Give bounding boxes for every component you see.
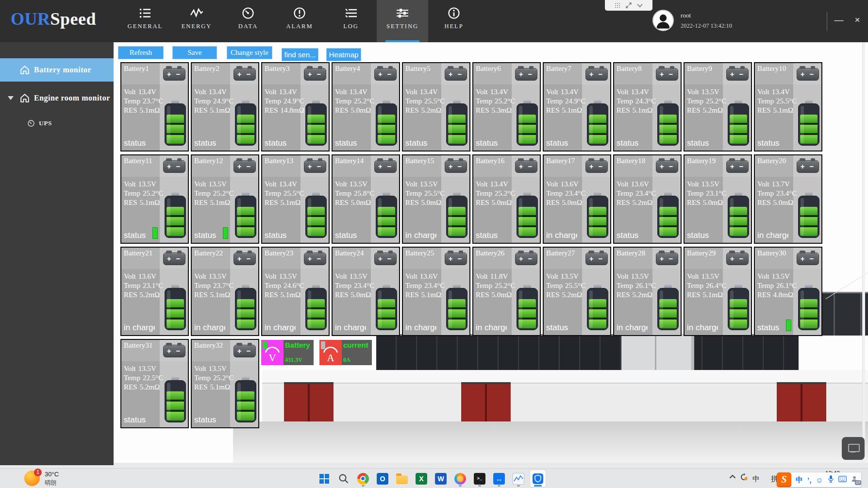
battery-card-21[interactable]: Battery21+ −Volt13.6VTemp23.1°CRES5.2mΩi… [120,247,189,336]
battery-card-8[interactable]: Battery8+ −Volt13.4VTemp24.3°CRES5.1mΩst… [613,62,682,151]
tray-sync-icon[interactable] [740,473,748,481]
battery-card-5[interactable]: Battery5+ −Volt13.4VTemp25.5°CRES5.2mΩst… [402,62,470,151]
sidebar-item-engine-room-monitor[interactable]: Engine room monitor [0,87,114,109]
tab-setting[interactable]: SETTING [377,0,428,42]
volt-reading: Volt13.6V [405,272,445,281]
battery-card-18[interactable]: Battery18+ −Volt13.6VTemp23.4°CRES5.2mΩs… [613,154,682,244]
ime-keyboard-icon[interactable] [838,475,847,484]
battery-card-26[interactable]: Battery26+ −Volt11.8VTemp25.2°CRES5.0mΩi… [472,247,541,336]
current-meter-widget[interactable]: Acurrent0A [319,340,372,365]
taskbar-word-button[interactable]: W [433,470,449,487]
taskbar-terminal-button[interactable]: >_ [472,470,487,487]
battery-graphic [587,100,608,146]
taskbar-monitor-button[interactable] [511,470,526,487]
tab-alarm[interactable]: ALARM [274,0,325,42]
battery-card-23[interactable]: Battery23+ −Volt13.5VTemp24.6°CRES5.1mΩi… [261,247,330,336]
floating-remote-toolbar[interactable] [605,0,652,11]
res-reading: RES5.0mΩ [335,198,374,207]
sidebar-item-ups[interactable]: UPS [0,116,114,131]
battery-status: in charge [687,323,718,333]
battery-card-30[interactable]: Battery30+ −Volt13.5VTemp26.1°CRES4.8mΩs… [754,247,822,336]
battery-card-15[interactable]: Battery15+ −Volt13.5VTemp25.5°CRES5.0mΩi… [402,154,470,244]
tab-general[interactable]: GENERAL [119,0,171,42]
battery-card-4[interactable]: Battery4+ −Volt13.4VTemp25.2°CRES5.0mΩst… [332,62,400,151]
battery-card-9[interactable]: Battery9+ −Volt13.5VTemp25.2°CRES5.2mΩst… [684,62,752,151]
battery-graphic [728,285,749,330]
close-button[interactable]: × [851,15,864,25]
battery-graphic [657,285,679,330]
ime-toolbar[interactable]: S 中 ’, ☺ 10 [777,472,861,487]
battery-name: Battery30 [757,249,786,257]
battery-card-14[interactable]: Battery14+ −Volt13.5VTemp25.8°CRES5.0mΩs… [332,154,400,244]
tab-help[interactable]: HELP [428,0,480,42]
res-reading: RES5.1mΩ [265,290,304,300]
battery-terminals-icon: + − [234,160,256,173]
ime-punctuation-toggle[interactable]: ’, [807,476,811,484]
battery-card-2[interactable]: Battery2+ −Volt13.4VTemp24.9°CRES5.1mΩst… [191,62,259,151]
expand-icon[interactable] [625,2,632,9]
battery-name: Battery19 [687,157,716,165]
battery-card-20[interactable]: Battery20+ −Volt13.7VTemp23.4°CRES5.0mΩi… [754,154,822,244]
tab-data[interactable]: DATA [222,0,274,42]
tray-chevron-up-icon[interactable] [729,474,736,479]
minimize-button[interactable]: — [832,15,846,25]
battery-terminals-icon: + − [797,68,819,81]
battery-card-22[interactable]: Battery22+ −Volt13.5VTemp23.7°CRES5.1mΩi… [191,247,259,336]
battery-card-25[interactable]: Battery25+ −Volt13.6VTemp23.4°CRES5.1mΩi… [402,247,470,336]
taskbar-chrome-button[interactable] [355,470,371,487]
taskbar-start-button[interactable] [317,470,332,487]
avatar [652,10,674,31]
taskbar-firefox-button[interactable] [452,470,468,487]
screen-capture-button[interactable] [842,437,865,460]
battery-card-29[interactable]: Battery29+ −Volt13.5VTemp26.4°CRES5.1mΩi… [684,247,752,336]
battery-card-6[interactable]: Battery6+ −Volt13.4VTemp25.2°CRES5.3mΩst… [472,62,541,151]
battery-graphic [376,192,397,238]
change-style-button[interactable]: Change style [227,46,272,59]
refresh-button[interactable]: Refresh [118,46,164,59]
tray-language-indicator[interactable]: 中 [752,474,760,484]
battery-terminals-icon: + − [797,252,819,265]
battery-card-19[interactable]: Battery19+ −Volt13.5VTemp23.1°CRES5.0mΩs… [684,154,752,244]
taskbar-excel-button[interactable]: X [414,470,429,487]
chevron-down-icon[interactable] [637,3,643,8]
tab-energy[interactable]: ENERGY [171,0,222,42]
save-button[interactable]: Save [172,46,217,59]
tab-log[interactable]: LOG [325,0,377,42]
battery-card-17[interactable]: Battery17+ −Volt13.6VTemp23.4°CRES5.0mΩi… [543,154,611,244]
battery-card-24[interactable]: Battery24+ −Volt13.5VTemp23.4°CRES5.0mΩi… [332,247,400,336]
ime-emoji-icon[interactable]: ☺ [816,476,823,484]
taskbar-teamviewer-button[interactable]: ↔ [491,470,507,487]
battery-card-27[interactable]: Battery27+ −Volt13.5VTemp25.5°CRES5.2mΩs… [543,247,611,336]
battery-card-13[interactable]: Battery13+ −Volt13.4VTemp25.5°CRES5.1mΩs… [261,154,330,244]
sogou-logo-icon[interactable]: S [777,472,791,487]
battery-card-16[interactable]: Battery16+ −Volt13.4VTemp25.2°CRES5.0mΩs… [472,154,541,244]
ime-lang-toggle[interactable]: 中 [796,475,803,485]
expander-caret-icon[interactable] [8,96,14,100]
user-box[interactable]: root 2022-12-07 13:42:10 [652,10,732,31]
battery-card-3[interactable]: Battery3+ −Volt13.4VTemp24.9°CRES14.8mΩs… [261,62,330,151]
battery-status: in charge [405,231,436,240]
battery-card-7[interactable]: Battery7+ −Volt13.4VTemp24.9°CRES5.1mΩst… [543,62,611,151]
taskbar-explorer-button[interactable] [394,470,410,487]
battery-card-10[interactable]: Battery10+ −Volt13.4VTemp25.5°CRES5.1mΩs… [754,62,822,151]
temp-reading: Temp25.2°C [476,281,515,290]
taskbar-outlook-button[interactable]: O [375,470,390,487]
sidebar-item-battery-monitor[interactable]: Battery monitor [0,58,114,82]
weather-widget[interactable]: 1 30°C 晴朗 [24,471,59,487]
taskbar-search-button[interactable] [336,470,351,487]
volt-reading: Volt13.5V [546,272,585,281]
ime-user-icon[interactable]: 10 [851,475,858,484]
battery-card-31[interactable]: Battery31+ −Volt13.5VTemp22.5°CRES5.2mΩs… [120,339,189,428]
battery-card-1[interactable]: Battery1+ −Volt13.4VTemp23.7°CRES5.1mΩst… [120,62,189,151]
battery-card-11[interactable]: Battery11+ −Volt13.5VTemp25.2°CRES5.1mΩs… [120,154,189,244]
taskbar-shield-button[interactable] [530,470,546,487]
battery-card-32[interactable]: Battery32+ −Volt13.5VTemp25.2°CRES5.1mΩs… [191,339,259,428]
temp-reading: Temp24.9°C [265,97,304,106]
heatmap-button[interactable]: Heatmap [326,48,361,61]
battery-name: Battery18 [617,157,645,165]
battery-card-28[interactable]: Battery28+ −Volt13.5VTemp26.1°CRES5.2mΩi… [613,247,682,336]
battery-card-12[interactable]: Battery12+ −Volt13.5VTemp25.2°CRES5.1mΩs… [191,154,259,244]
ime-mic-icon[interactable] [828,475,834,485]
find-sensor-button[interactable]: find sen... [282,48,318,61]
voltage-meter-widget[interactable]: VBattery431.3V [261,340,314,365]
